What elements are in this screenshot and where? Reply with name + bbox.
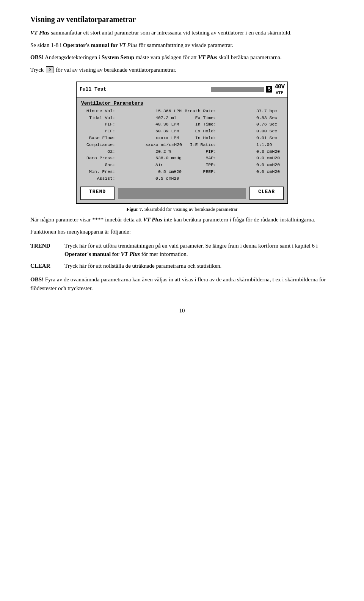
param-val: 0.3 cmH20: [256, 148, 283, 155]
param-val: 37.7 bpm: [256, 108, 283, 115]
screen-param-row: Assist:0.5 cmH20: [81, 175, 182, 182]
param-name: PEF:: [81, 128, 115, 135]
param-name: I:E Ratio:: [182, 141, 216, 148]
trend-button[interactable]: TREND: [80, 187, 115, 200]
param-name: In Hold:: [182, 135, 216, 141]
tryck-pre: Tryck: [30, 66, 44, 74]
param-name: IPP:: [182, 162, 216, 168]
figure-caption-desc: Skärmbild för visning av beräknade param…: [144, 206, 238, 212]
screen-param-row: Ex Hold:0.00 Sec: [182, 128, 283, 135]
param-name: PIF:: [81, 121, 115, 128]
param-val: 0.0 cmH20: [256, 162, 283, 168]
param-name: Assist:: [81, 175, 115, 182]
p2-pre: Se sidan 1-8 i: [30, 42, 63, 48]
p3-bold1: System Setup: [102, 54, 134, 60]
param-val: 15.366 LPM: [155, 108, 182, 115]
param-name: Baro Press:: [81, 155, 115, 162]
function-key-trend: TREND: [30, 242, 64, 259]
screen-param-row: O2:20.2 %: [81, 148, 182, 155]
param-name: Ex Hold:: [182, 128, 216, 135]
param-name: Gas:: [81, 162, 115, 168]
param-name: Breath Rate:: [182, 108, 216, 115]
clear-button[interactable]: CLEAR: [249, 187, 284, 200]
param-val: 0.76 Sec: [256, 121, 283, 128]
param-val: 0.01 Sec: [256, 135, 283, 141]
screen-param-row: PIF:48.36 LPM: [81, 121, 182, 128]
param-val: 0.0 cmH20: [256, 155, 283, 162]
function-desc-trend: Tryck här för att utföra trendmätningen …: [64, 242, 334, 259]
param-val: 60.39 LPM: [155, 128, 182, 135]
af-post: inte kan beräkna parametern i fråga för …: [162, 217, 315, 223]
screen-param-row: PIP:0.3 cmH20: [182, 148, 283, 155]
param-name: Minute Vol:: [81, 108, 115, 115]
screen-param-row: Baro Press:638.0 mmHg: [81, 155, 182, 162]
screen-param-row: IPP:0.0 cmH20: [182, 162, 283, 168]
screen-container: Full Test 5 40V ATP Ventilator Parameter…: [30, 82, 334, 212]
trend-desc-post: för mer information.: [140, 251, 188, 257]
screen-param-row: Ex Time:0.83 Sec: [182, 115, 283, 121]
param-name: PIP:: [182, 148, 216, 155]
param-name: Tidal Vol:: [81, 115, 115, 121]
param-name: Compliance:: [81, 141, 115, 148]
screen-param-row: Minute Vol:15.366 LPM: [81, 108, 182, 115]
param-val: 0.00 Sec: [256, 128, 283, 135]
param-val: 0.0 cmH20: [256, 168, 283, 175]
p2-italic: VT Plus: [119, 42, 138, 48]
param-val: 0.83 Sec: [256, 115, 283, 121]
function-key-clear: CLEAR: [30, 262, 64, 270]
obs-bottom-text: Fyra av de ovannämnda parametrarna kan ä…: [30, 276, 326, 291]
screen-box: Full Test 5 40V ATP Ventilator Parameter…: [76, 82, 288, 204]
tryck-line: Tryck 5 för val av visning av beräknade …: [30, 66, 334, 74]
param-val: 638.0 mmHg: [155, 155, 182, 162]
screen-params: Minute Vol:15.366 LPMTidal Vol:407.2 mlP…: [81, 108, 283, 182]
screen-param-row: Min. Pres:-0.5 cmH20: [81, 168, 182, 175]
obs-bottom: OBS! Fyra av de ovannämnda parametrarna …: [30, 275, 334, 292]
screen-buttons: TREND CLEAR: [77, 184, 287, 203]
param-val: 1:1.09: [256, 141, 283, 148]
param-val: 20.2 %: [155, 148, 182, 155]
param-name: In Time:: [182, 121, 216, 128]
p3-text: Andetagsdetekteringen i: [44, 54, 102, 60]
screen-param-row: PEEP:0.0 cmH20: [182, 168, 283, 175]
vt-plus-ref-1: VT Plus: [30, 30, 49, 36]
trend-desc-pre: Tryck här för att utföra trendmätningen …: [64, 243, 318, 249]
trend-vt-plus: VT Plus: [121, 251, 140, 257]
param-val: 407.2 ml: [155, 115, 182, 121]
screen-param-row: In Time:0.76 Sec: [182, 121, 283, 128]
screen-param-row: Tidal Vol:407.2 ml: [81, 115, 182, 121]
obs-label-1: OBS!: [30, 54, 44, 60]
screen-header: Full Test 5 40V ATP: [77, 82, 287, 97]
screen-param-row: Base Flow:xxxxx LPM: [81, 135, 182, 141]
param-val: xxxxx LPM: [155, 135, 182, 141]
button-spacer: [118, 188, 246, 199]
paragraph-3-obs: OBS! Andetagsdetekteringen i System Setu…: [30, 53, 334, 62]
screen-param-row: In Hold:0.01 Sec: [182, 135, 283, 141]
param-val: -0.5 cmH20: [155, 168, 182, 175]
screen-left-col: Minute Vol:15.366 LPMTidal Vol:407.2 mlP…: [81, 108, 182, 182]
function-row-clear: CLEAR Tryck här för att nollställa de ut…: [30, 262, 334, 270]
key-badge-5: 5: [46, 66, 53, 73]
screen-param-row: Compliance:xxxxx ml/cmH20: [81, 141, 182, 148]
param-name: MAP:: [182, 155, 216, 162]
p1-text: sammanfattar ett stort antal parametrar …: [49, 30, 292, 36]
vt-plus-ref-2: VT Plus: [198, 54, 217, 60]
p3-text2: måste vara påslagen för att: [134, 54, 198, 60]
p2-bold: Operator's manual for: [63, 42, 118, 48]
p2-post: för sammanfattning av visade parametrar.: [137, 42, 233, 48]
tryck-post: för val av visning av beräknade ventilat…: [56, 66, 176, 74]
param-val: 0.5 cmH20: [155, 175, 182, 182]
param-val: 48.36 LPM: [155, 121, 182, 128]
param-val: Air: [155, 162, 182, 168]
vt-plus-ref-3: VT Plus: [143, 217, 162, 223]
screen-header-key: 5: [266, 86, 272, 93]
function-row-trend: TREND Tryck här för att utföra trendmätn…: [30, 242, 334, 259]
param-name: Ex Time:: [182, 115, 216, 121]
screen-param-row: Breath Rate:37.7 bpm: [182, 108, 283, 115]
af-pre: När någon parameter visar **** innebär d…: [30, 217, 143, 223]
paragraph-1: VT Plus sammanfattar ett stort antal par…: [30, 28, 334, 37]
screen-param-row: I:E Ratio:1:1.09: [182, 141, 283, 148]
param-name: O2:: [81, 148, 115, 155]
param-val: xxxxx ml/cmH20: [145, 141, 182, 148]
screen-right-col: Breath Rate:37.7 bpmEx Time:0.83 SecIn T…: [182, 108, 283, 182]
screen-header-atp: 40V ATP: [275, 84, 284, 95]
